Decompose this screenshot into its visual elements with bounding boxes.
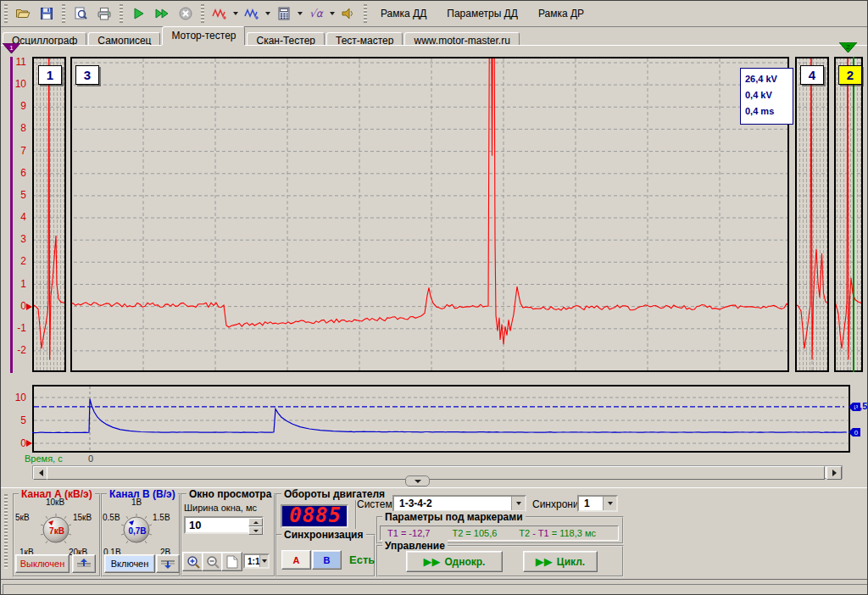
- toolbar-gripper[interactable]: [120, 4, 123, 23]
- sqrt-alpha-button[interactable]: √α: [305, 3, 327, 24]
- chevron-down-icon[interactable]: [603, 497, 616, 510]
- scope-ytick-0: 0: [3, 300, 26, 312]
- info-burn-kv: 0,4 kV: [745, 87, 793, 103]
- chevron-down-icon[interactable]: [511, 497, 525, 510]
- sync-status: Есть: [349, 553, 375, 566]
- levels-icon: [160, 559, 175, 569]
- calculator-icon: [276, 6, 292, 21]
- print-button[interactable]: [93, 3, 115, 24]
- chevron-down-icon[interactable]: [259, 555, 268, 567]
- zoom-ratio-select[interactable]: 1:1: [243, 553, 270, 569]
- info-burn-ms: 0,4 ms: [745, 103, 793, 120]
- toolbar-gripper[interactable]: [201, 4, 204, 23]
- spin-down-button[interactable]: [248, 526, 263, 535]
- wave-blue-icon: [244, 6, 259, 21]
- calculator-button[interactable]: [273, 3, 295, 24]
- info-peak-kv: 26,4 kV: [745, 71, 793, 87]
- main-scope-canvas[interactable]: [32, 57, 863, 372]
- toolbar-gripper[interactable]: [62, 4, 65, 23]
- channel-b-levels-button[interactable]: [156, 554, 180, 573]
- chevron-down-icon[interactable]: [264, 3, 272, 24]
- sync-channel-select[interactable]: 1: [577, 495, 618, 512]
- marker-params-title: Параметры под маркерами: [382, 511, 526, 523]
- channel-b-knob[interactable]: 0,7В: [118, 511, 155, 548]
- channel-a-state-button[interactable]: Выключен: [15, 554, 70, 573]
- panel-gripper[interactable]: [4, 494, 8, 569]
- cycle-run-button[interactable]: ▶▶ Цикл.: [523, 551, 598, 572]
- horizontal-scrollbar[interactable]: [32, 465, 843, 479]
- play-button[interactable]: [127, 3, 149, 24]
- channel-b-state-button[interactable]: Включен: [104, 554, 155, 573]
- sound-button[interactable]: [337, 3, 359, 24]
- single-run-button[interactable]: ▶▶ Однокр.: [406, 551, 503, 572]
- wave-red-icon: [212, 6, 227, 21]
- chevron-down-icon[interactable]: [328, 3, 337, 24]
- overview-ytick-10: 10: [3, 392, 26, 403]
- chevron-down-icon[interactable]: [296, 3, 304, 24]
- window-width-spinner[interactable]: [248, 518, 263, 535]
- spin-up-button[interactable]: [248, 518, 263, 526]
- wave-red-button[interactable]: [209, 3, 231, 24]
- scope-ytick-1: 1: [3, 278, 26, 290]
- channel-a-levels-button[interactable]: [72, 554, 96, 573]
- time-axis-label: Время, с: [25, 453, 63, 464]
- tab-3[interactable]: Мотор-тестер: [162, 26, 245, 45]
- sync-channel-b-button[interactable]: В: [312, 550, 342, 570]
- scope-ytick-9: 9: [3, 100, 26, 112]
- scroll-right-button[interactable]: [826, 466, 842, 480]
- scope-ytick-2: 2: [3, 255, 26, 267]
- stop-button[interactable]: [175, 3, 197, 24]
- scope-ytick-5: 5: [3, 189, 26, 201]
- sync-channel-a-button[interactable]: А: [281, 550, 311, 570]
- zoom-out-button[interactable]: [202, 552, 223, 571]
- panel-label-cyl4: 4: [800, 65, 824, 85]
- menu-item-1[interactable]: Рамка ДД: [370, 2, 437, 25]
- system-select[interactable]: 1-3-4-2: [392, 495, 526, 512]
- panel-label-cyl2: 2: [838, 65, 862, 85]
- marker-2-line[interactable]: [853, 57, 854, 372]
- zero-level-marker[interactable]: 0: [849, 428, 860, 437]
- channel-a-knob[interactable]: 7кВ: [37, 511, 75, 548]
- marker-2-handle[interactable]: 2: [839, 42, 858, 53]
- play-fast-button[interactable]: [151, 3, 173, 24]
- play-fast-icon: [154, 6, 170, 21]
- menu-item-2[interactable]: Параметры ДД: [437, 2, 528, 25]
- svg-text:0: 0: [854, 429, 859, 437]
- marker-1-handle[interactable]: 1: [3, 43, 21, 54]
- new-view-button[interactable]: [221, 552, 242, 571]
- sqrt-alpha-icon: √α: [309, 6, 324, 21]
- collapse-panel-button[interactable]: [405, 475, 430, 487]
- channel-b-scale-15: 1.5В: [153, 513, 170, 522]
- sync-channel-value: 1: [579, 498, 603, 509]
- levels-icon: [76, 559, 92, 569]
- zoom-in-button[interactable]: [182, 552, 203, 571]
- open-button[interactable]: [12, 3, 34, 24]
- chevron-down-icon[interactable]: [231, 3, 240, 24]
- measurement-info-box: 26,4 kV 0,4 kV 0,4 ms: [740, 68, 793, 125]
- menu-item-3[interactable]: Рамка ДР: [528, 2, 594, 25]
- toolbar-gripper[interactable]: [4, 4, 8, 23]
- preview-icon: [73, 6, 88, 21]
- play-fast-icon: ▶▶: [424, 555, 441, 568]
- wave-blue-button[interactable]: [241, 3, 263, 24]
- overview-canvas[interactable]: [32, 385, 850, 453]
- play-icon: [131, 6, 146, 21]
- scrollbar-thumb[interactable]: [47, 466, 825, 480]
- save-button[interactable]: [36, 3, 58, 24]
- marker-params-values: T1 = -12,7 T2 = 105,6 T2 - T1 = 118,3 мс: [380, 525, 619, 541]
- t1-value: T1 = -12,7: [387, 528, 430, 538]
- open-icon: [15, 6, 31, 21]
- toolbar-gripper[interactable]: [364, 4, 367, 23]
- management-title: Управление: [382, 540, 448, 552]
- sync-title: Синхронизация: [281, 529, 366, 541]
- print-icon: [97, 6, 112, 21]
- sound-icon: [341, 6, 356, 21]
- status-bar: [3, 584, 868, 595]
- panel-label-cyl1: 1: [38, 65, 62, 85]
- scope-ytick-8: 8: [3, 122, 26, 134]
- channel-a-scale-15: 15кВ: [73, 513, 92, 522]
- channel-a-scale-5: 5кВ: [15, 513, 30, 522]
- scope-ytick-6: 6: [3, 167, 26, 179]
- preview-button[interactable]: [70, 3, 92, 24]
- zoom-out-icon: [206, 555, 220, 569]
